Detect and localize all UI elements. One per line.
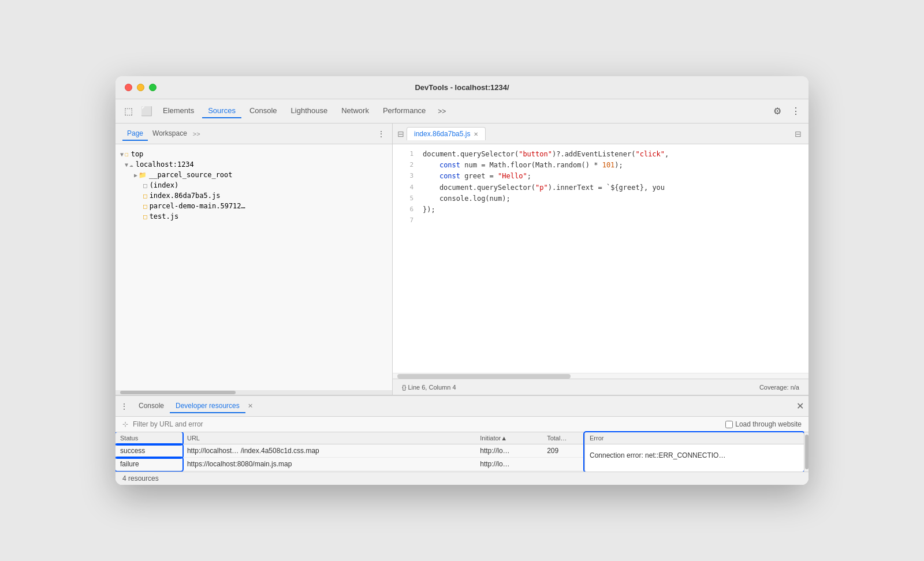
table-body: success http://localhost… /index.4a508c1…	[116, 444, 584, 471]
close-bottom-panel-icon[interactable]: ✕	[796, 401, 804, 412]
code-content-5: console.log(num);	[423, 193, 511, 204]
titlebar: DevTools - localhost:1234/	[116, 76, 808, 99]
maximize-button[interactable]	[149, 84, 157, 91]
code-line-3: 3 const greet = "Hello";	[393, 171, 808, 182]
error-scrollbar-thumb[interactable]	[805, 435, 808, 469]
tree-item-testjs[interactable]: □ test.js	[116, 211, 392, 222]
main-content: Page Workspace >> ⋮ ▼ ☐ top ▼ ☁ localhos…	[116, 124, 808, 395]
tab-console-bottom[interactable]: Console	[133, 399, 170, 413]
editor-tabs: ⊟ index.86da7ba5.js ✕ ⊟	[393, 124, 808, 144]
tree-label-parcel: __parcel_source_root	[149, 171, 233, 179]
tab-developer-resources[interactable]: Developer resources	[170, 399, 245, 413]
right-panel: ⊟ index.86da7ba5.js ✕ ⊟ 1 document.query…	[393, 124, 808, 395]
inspect-icon[interactable]: ⬚	[120, 103, 136, 119]
resources-footer: 4 resources	[116, 472, 808, 485]
left-panel-more[interactable]: >>	[193, 130, 200, 137]
more-tabs-button[interactable]: >>	[434, 103, 450, 119]
editor-tab-close-icon[interactable]: ✕	[474, 131, 478, 137]
code-content-6: });	[423, 204, 435, 215]
tree-label-parcel-main: parcel-demo-main.59712…	[150, 202, 245, 210]
resources-table: Status URL Initiator▲ Total… success htt…	[116, 432, 584, 471]
tab-console[interactable]: Console	[244, 104, 283, 118]
table-row-2[interactable]: failure https://localhost:8080/main.js.m…	[116, 458, 584, 471]
left-scroll-area	[116, 390, 392, 395]
file-icon-indexjs: □	[143, 192, 147, 200]
tree-label-indexjs: index.86da7ba5.js	[150, 192, 221, 200]
status-bar-right: Coverage: n/a	[759, 384, 799, 391]
status-cell-1: success	[116, 444, 182, 458]
line-num-5: 5	[397, 193, 413, 204]
tree-item-parcel-main[interactable]: □ parcel-demo-main.59712…	[116, 201, 392, 211]
devtools-window: DevTools - localhost:1234/ ⬚ ⬜ Elements …	[116, 76, 808, 485]
col-header-initiator[interactable]: Initiator▲	[475, 432, 542, 444]
total-cell-2	[542, 458, 584, 471]
file-icon-testjs: □	[143, 213, 147, 220]
tab-elements[interactable]: Elements	[157, 104, 200, 118]
bottom-tab-close-icon[interactable]: ✕	[248, 402, 253, 410]
tab-page[interactable]: Page	[122, 127, 148, 141]
left-panel-dots[interactable]: ⋮	[377, 129, 385, 139]
code-line-2: 2 const num = Math.floor(Math.random() *…	[393, 160, 808, 171]
code-line-4: 4 document.querySelector("p").innerText …	[393, 182, 808, 193]
load-through-website-checkbox[interactable]: Load through website	[725, 420, 802, 428]
left-panel-tabs: Page Workspace >> ⋮	[116, 124, 392, 144]
customize-icon[interactable]: ⋮	[788, 103, 804, 119]
folder-icon-parcel: 📁	[139, 171, 147, 179]
error-scrollbar[interactable]	[804, 432, 808, 472]
editor-tab-label: index.86da7ba5.js	[414, 130, 470, 138]
initiator-cell-2: http://lo…	[475, 458, 542, 471]
line-num-7: 7	[397, 215, 413, 226]
line-num-4: 4	[397, 182, 413, 193]
line-num-6: 6	[397, 204, 413, 215]
table-header-row: Status URL Initiator▲ Total…	[116, 432, 584, 444]
bottom-tabs: ⋮ Console Developer resources ✕ ✕	[116, 396, 808, 417]
tree-item-index[interactable]: □ (index)	[116, 180, 392, 190]
url-cell-1: http://localhost… /index.4a508c1d.css.ma…	[182, 444, 475, 458]
bottom-panel-dots[interactable]: ⋮	[120, 402, 128, 411]
tree-label-top: top	[131, 150, 144, 158]
col-header-total[interactable]: Total…	[542, 432, 584, 444]
tree-item-parcel-root[interactable]: ▶ 📁 __parcel_source_root	[116, 170, 392, 180]
tree-item-top[interactable]: ▼ ☐ top	[116, 149, 392, 159]
table-row-1[interactable]: success http://localhost… /index.4a508c1…	[116, 444, 584, 458]
close-button[interactable]	[125, 84, 132, 91]
status-cell-2: failure	[116, 458, 182, 471]
line-num-2: 2	[397, 160, 413, 170]
tab-performance[interactable]: Performance	[377, 104, 431, 118]
tab-workspace[interactable]: Workspace	[148, 127, 192, 141]
bottom-panel: ⋮ Console Developer resources ✕ ✕ ⊹ Load…	[116, 395, 808, 485]
filter-input[interactable]	[133, 420, 424, 428]
code-content-1: document.querySelector("button")?.addEve…	[423, 149, 669, 160]
file-icon-index: □	[143, 182, 147, 189]
error-row-connection: Connection error: net::ERR_CONNECTIO…	[585, 449, 804, 462]
tree-item-indexjs[interactable]: □ index.86da7ba5.js	[116, 190, 392, 201]
tree-item-localhost[interactable]: ▼ ☁ localhost:1234	[116, 159, 392, 170]
device-toolbar-icon[interactable]: ⬜	[139, 103, 155, 119]
main-toolbar: ⬚ ⬜ Elements Sources Console Lighthouse …	[116, 99, 808, 124]
table-container: Status URL Initiator▲ Total… success htt…	[116, 432, 584, 472]
left-scrollbar-thumb[interactable]	[120, 391, 236, 394]
code-content-3: const greet = "Hello";	[423, 171, 531, 182]
tab-network[interactable]: Network	[336, 104, 375, 118]
editor-tab-active[interactable]: index.86da7ba5.js ✕	[407, 127, 486, 140]
tree-label-localhost: localhost:1234	[136, 160, 194, 169]
code-line-7: 7	[393, 215, 808, 226]
initiator-cell-1: http://lo…	[475, 444, 542, 458]
toggle-sidebar-icon[interactable]: ⊟	[395, 127, 407, 141]
code-content-2: const num = Math.floor(Math.random() * 1…	[423, 160, 623, 171]
editor-scrollbar-thumb[interactable]	[397, 374, 571, 379]
col-header-url[interactable]: URL	[182, 432, 475, 444]
col-header-status[interactable]: Status	[116, 432, 182, 444]
settings-icon[interactable]: ⚙	[769, 103, 785, 119]
status-bar-left: {} Line 6, Column 4	[402, 384, 456, 391]
minimize-button[interactable]	[137, 84, 144, 91]
tab-lighthouse[interactable]: Lighthouse	[285, 104, 334, 118]
load-through-website-input[interactable]	[725, 421, 733, 428]
cloud-icon: ☁	[129, 161, 133, 169]
editor-collapse-icon[interactable]: ⊟	[790, 127, 806, 141]
line-num-1: 1	[397, 149, 413, 159]
tab-sources[interactable]: Sources	[202, 104, 241, 118]
tree-label-testjs: test.js	[150, 212, 179, 220]
code-line-1: 1 document.querySelector("button")?.addE…	[393, 149, 808, 160]
left-panel: Page Workspace >> ⋮ ▼ ☐ top ▼ ☁ localhos…	[116, 124, 393, 395]
